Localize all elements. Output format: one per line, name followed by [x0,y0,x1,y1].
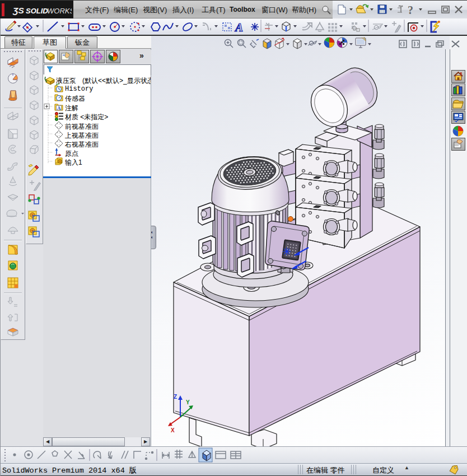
svg-text:WORKS: WORKS [47,7,72,15]
svg-text:A: A [57,105,61,111]
svg-text:?: ? [408,4,413,16]
svg-text:A: A [234,21,243,34]
svg-text:SOLID: SOLID [26,7,48,15]
svg-text:ƷS: ƷS [12,6,24,15]
svg-text:X: X [171,427,175,433]
svg-text:Y: Y [186,399,190,405]
svg-text:Z: Z [174,394,177,400]
